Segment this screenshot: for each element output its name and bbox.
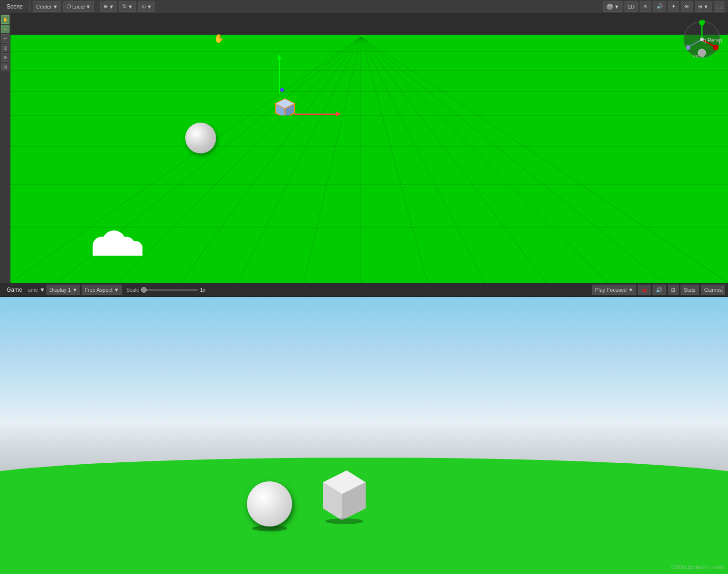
bug-icon: 🐞 — [641, 287, 648, 293]
rotate-tool[interactable]: ↩ — [1, 34, 9, 43]
visibility-btn[interactable]: 👁 — [681, 1, 693, 12]
scale-chevron: ▼ — [147, 4, 152, 10]
svg-line-20 — [361, 37, 665, 283]
more-options-btn[interactable]: ⋮ — [719, 286, 726, 295]
center-label: Center — [36, 4, 52, 10]
scale-slider[interactable] — [141, 289, 198, 291]
separator-2 — [97, 2, 97, 11]
center-btn[interactable]: Center ▼ — [33, 1, 61, 12]
scale-tool-btn[interactable]: ⊡ ▼ — [138, 1, 155, 12]
move-tool-btn[interactable]: ⊕ ▼ — [100, 1, 117, 12]
svg-line-17 — [304, 37, 361, 283]
fx-icon: ✦ — [671, 3, 676, 10]
layers-chevron: ▼ — [703, 4, 709, 10]
aspect-label: Free Aspect — [85, 287, 113, 293]
play-focused-chevron: ▼ — [628, 287, 633, 293]
scene-toolbar: Scene Center ▼ ⬡ Local ▼ ⊕ ▼ ↻ ▼ ⊡ ▼ — [0, 0, 728, 13]
aspect-btn[interactable]: Free Aspect ▼ — [82, 285, 122, 295]
svg-point-0 — [607, 4, 613, 10]
svg-line-10 — [237, 37, 361, 283]
layers-btn[interactable]: ⊞ ▼ — [695, 1, 712, 12]
stats-label: Stats — [684, 287, 696, 293]
audio-btn[interactable]: 🔊 — [653, 1, 666, 12]
bug-btn[interactable]: 🐞 — [638, 285, 651, 295]
svg-line-8 — [10, 37, 361, 283]
scene-sphere[interactable] — [185, 123, 216, 153]
svg-text:y: y — [703, 18, 706, 22]
persp-label: ◁ Persp — [701, 37, 722, 44]
game-sky — [0, 297, 728, 477]
display-chevron: ▼ — [72, 287, 77, 293]
scale-value: 1x — [200, 287, 206, 293]
svg-line-18 — [361, 37, 427, 283]
cube-svg — [271, 89, 297, 115]
cloud-svg — [88, 228, 150, 257]
scene-tab[interactable]: Scene — [3, 2, 27, 11]
svg-line-14 — [361, 37, 728, 283]
play-focused-btn[interactable]: Play Focused ▼ — [592, 285, 636, 295]
audio-icon: 🔊 — [656, 3, 663, 10]
scene-left-tools: ✋ ↔ ↩ ◫ ⊕ ⊞ — [0, 13, 10, 283]
hand-tool[interactable]: ✋ — [1, 15, 9, 24]
scene-viewport[interactable]: .gridline { stroke: rgba(0,100,0,0.5); s… — [0, 13, 728, 283]
separator-1 — [29, 2, 30, 11]
audio-game-icon: 🔊 — [656, 287, 662, 293]
game-viewport[interactable]: CSDN @qianbo_insist — [0, 297, 728, 574]
custom-tool-2[interactable]: ⊞ — [1, 63, 9, 71]
display-btn[interactable]: Display 1 ▼ — [47, 285, 80, 295]
aspect-chevron: ▼ — [114, 287, 119, 293]
game-toolbar-left: ame ▼ Display 1 ▼ Free Aspect ▼ Scale 1x — [28, 285, 208, 295]
sphere-shading-btn[interactable]: ▼ — [603, 1, 623, 12]
svg-point-37 — [686, 45, 690, 50]
layout-btn[interactable]: ⬚ — [714, 1, 725, 12]
scale-icon: ⊡ — [142, 3, 146, 10]
game-cube-container — [313, 463, 370, 526]
rotate-chevron: ▼ — [128, 4, 133, 10]
svg-line-9 — [119, 37, 361, 283]
scale-label: Scale — [126, 287, 140, 293]
svg-text:Persp: Persp — [693, 54, 704, 58]
game-tab[interactable]: Game — [3, 286, 26, 294]
x-axis-arrow — [294, 114, 337, 115]
game-cube-svg — [313, 463, 370, 525]
scale-container: Scale 1x — [126, 287, 206, 293]
scene-selected-cube[interactable] — [271, 89, 297, 115]
local-btn[interactable]: ⬡ Local ▼ — [63, 1, 94, 12]
rotate-icon: ↻ — [123, 3, 127, 10]
game-toolbar-right: Play Focused ▼ 🐞 🔊 ⊞ Stats Gizmos — [592, 285, 725, 295]
audio-game-btn[interactable]: 🔊 — [652, 285, 666, 295]
layers-icon: ⊞ — [698, 3, 702, 10]
stats-btn[interactable]: Stats — [681, 285, 699, 295]
toggle-2d-btn[interactable]: 2D — [624, 1, 638, 12]
rect-tool[interactable]: ◫ — [1, 44, 9, 52]
svg-line-16 — [180, 37, 361, 283]
game-sphere — [247, 481, 292, 526]
svg-rect-29 — [93, 246, 142, 256]
layout-icon: ⬚ — [717, 3, 722, 10]
grid-game-icon: ⊞ — [671, 287, 675, 293]
move-chevron: ▼ — [109, 4, 114, 10]
local-chevron: ▼ — [85, 4, 91, 10]
svg-point-35 — [713, 45, 719, 50]
cursor-indicator: ✋ — [214, 33, 224, 44]
svg-line-13 — [361, 37, 608, 283]
move-icon: ⊕ — [104, 3, 108, 10]
rotate-tool-btn[interactable]: ↻ ▼ — [119, 1, 136, 12]
svg-point-44 — [325, 518, 363, 524]
fx-btn[interactable]: ✦ — [668, 1, 679, 12]
z-axis-dot — [280, 88, 284, 92]
display-label: Display 1 — [49, 287, 71, 293]
sphere-chevron: ▼ — [614, 4, 619, 10]
move-tool[interactable]: ↔ — [1, 25, 9, 33]
svg-line-19 — [361, 37, 546, 283]
name-chevron: ▼ — [39, 287, 45, 293]
local-label: Local — [72, 4, 85, 10]
play-focused-label: Play Focused — [595, 287, 627, 293]
light-btn[interactable]: ☀ — [640, 1, 651, 12]
grid-game-btn[interactable]: ⊞ — [668, 285, 679, 295]
scene-cloud — [88, 228, 150, 257]
scale-thumb[interactable] — [141, 287, 147, 293]
pivot-icon: ⬡ — [66, 3, 71, 10]
center-chevron: ▼ — [53, 4, 58, 10]
custom-tool-1[interactable]: ⊕ — [1, 53, 9, 62]
